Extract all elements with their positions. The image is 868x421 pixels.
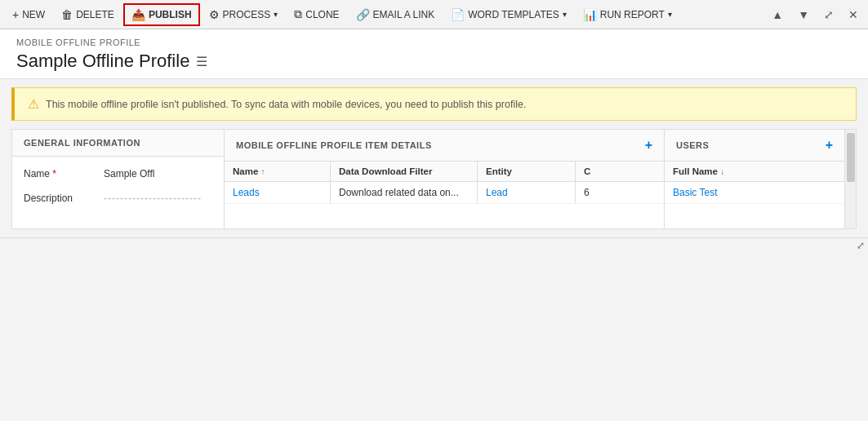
items-row-c: 6 xyxy=(576,182,608,203)
new-icon: + xyxy=(12,8,19,21)
name-sort-icon: ↑ xyxy=(261,167,265,176)
lead-entity-link[interactable]: Lead xyxy=(486,187,508,198)
title-menu-icon[interactable]: ☰ xyxy=(196,54,207,69)
breadcrumb: MOBILE OFFLINE PROFILE xyxy=(16,38,852,47)
items-panel: MOBILE OFFLINE PROFILE ITEM DETAILS + Na… xyxy=(225,130,665,228)
clone-label: CLONE xyxy=(305,9,339,20)
publish-label: PUBLISH xyxy=(149,9,192,20)
new-label: NEW xyxy=(22,9,45,20)
warning-icon: ⚠ xyxy=(28,96,39,112)
toolbar: + NEW 🗑 DELETE 📤 PUBLISH ⚙ PROCESS ▾ ⧉ C… xyxy=(0,0,868,29)
content-area: GENERAL INFORMATION Name * Sample Offl D… xyxy=(11,129,857,229)
run-report-label: RUN REPORT xyxy=(600,9,665,20)
header: MOBILE OFFLINE PROFILE Sample Offline Pr… xyxy=(0,29,868,79)
email-link-label: EMAIL A LINK xyxy=(373,9,435,20)
clone-icon: ⧉ xyxy=(294,7,302,21)
page-wrapper: + NEW 🗑 DELETE 📤 PUBLISH ⚙ PROCESS ▾ ⧉ C… xyxy=(0,0,868,421)
users-panel-header-row: USERS + xyxy=(665,130,844,162)
description-field-label: Description xyxy=(24,193,97,204)
warning-banner: ⚠ This mobile offline profile isn't publ… xyxy=(11,87,857,121)
word-templates-icon: 📄 xyxy=(451,8,465,21)
run-report-button[interactable]: 📊 RUN REPORT ▾ xyxy=(576,4,679,25)
items-row-entity: Lead xyxy=(478,182,576,203)
items-grid-row: Leads Download related data on... Lead 6 xyxy=(225,182,664,204)
description-field-row: Description ------------------------ xyxy=(24,193,212,204)
users-row-name: Basic Test xyxy=(665,182,844,203)
process-button[interactable]: ⚙ PROCESS ▾ xyxy=(202,4,286,25)
items-panel-header-row: MOBILE OFFLINE PROFILE ITEM DETAILS + xyxy=(225,130,664,162)
bottom-bar: ⤢ xyxy=(0,237,868,252)
items-col-filter-header: Data Download Filter xyxy=(331,162,478,181)
delete-button[interactable]: 🗑 DELETE xyxy=(54,4,122,25)
email-link-button[interactable]: 🔗 EMAIL A LINK xyxy=(349,4,443,25)
main-panels: GENERAL INFORMATION Name * Sample Offl D… xyxy=(12,130,856,228)
delete-icon: 🗑 xyxy=(61,8,73,21)
users-add-button[interactable]: + xyxy=(826,138,833,153)
run-report-icon: 📊 xyxy=(583,8,597,21)
items-col-c-header: C xyxy=(576,162,608,181)
name-field-label: Name * xyxy=(24,168,97,179)
name-required-indicator: * xyxy=(52,168,56,179)
users-col-fullname-header: Full Name ↓ xyxy=(665,162,844,181)
word-templates-label: WORD TEMPLATES xyxy=(468,9,559,20)
toolbar-right: ▲ ▼ ⤢ ✕ xyxy=(767,5,863,24)
leads-link[interactable]: Leads xyxy=(233,187,260,198)
items-add-button[interactable]: + xyxy=(645,138,652,153)
word-templates-dropdown-arrow: ▾ xyxy=(563,10,567,19)
users-panel-header: USERS xyxy=(676,140,709,150)
users-panel: USERS + Full Name ↓ Basic Test xyxy=(665,130,844,228)
process-icon: ⚙ xyxy=(209,8,220,21)
items-row-filter: Download related data on... xyxy=(331,182,478,203)
description-field-value: ------------------------ xyxy=(104,193,202,204)
bottom-expand-icon[interactable]: ⤢ xyxy=(857,240,865,251)
publish-icon: 📤 xyxy=(131,8,145,21)
title-row: Sample Offline Profile ☰ xyxy=(16,51,852,72)
items-grid-header: Name ↑ Data Download Filter Entity C xyxy=(225,162,664,182)
run-report-dropdown-arrow: ▾ xyxy=(668,10,672,19)
fullname-sort-icon: ↓ xyxy=(720,167,724,176)
general-info-header: GENERAL INFORMATION xyxy=(12,130,224,157)
scrollbar-thumb xyxy=(847,133,855,182)
process-label: PROCESS xyxy=(223,9,271,20)
new-button[interactable]: + NEW xyxy=(5,4,52,25)
items-col-name-header: Name ↑ xyxy=(225,162,331,181)
clone-button[interactable]: ⧉ CLONE xyxy=(287,3,346,25)
down-nav-icon[interactable]: ▼ xyxy=(793,5,814,24)
general-info-panel: GENERAL INFORMATION Name * Sample Offl D… xyxy=(12,130,225,228)
basic-test-link[interactable]: Basic Test xyxy=(673,187,717,198)
users-grid-header: Full Name ↓ xyxy=(665,162,844,182)
word-templates-button[interactable]: 📄 WORD TEMPLATES ▾ xyxy=(443,4,574,25)
up-nav-icon[interactable]: ▲ xyxy=(767,5,788,24)
email-link-icon: 🔗 xyxy=(356,8,370,21)
general-info-body: Name * Sample Offl Description ---------… xyxy=(12,157,224,228)
name-field-value: Sample Offl xyxy=(104,168,154,179)
page-title: Sample Offline Profile xyxy=(16,51,189,72)
close-icon[interactable]: ✕ xyxy=(844,5,863,24)
items-row-name: Leads xyxy=(225,182,331,203)
items-panel-header: MOBILE OFFLINE PROFILE ITEM DETAILS xyxy=(236,140,432,150)
publish-button[interactable]: 📤 PUBLISH xyxy=(123,3,200,26)
users-grid-row: Basic Test xyxy=(665,182,844,204)
expand-icon[interactable]: ⤢ xyxy=(819,5,839,24)
scrollbar[interactable] xyxy=(844,130,856,228)
delete-label: DELETE xyxy=(76,9,114,20)
name-field-row: Name * Sample Offl xyxy=(24,168,212,179)
items-col-entity-header: Entity xyxy=(478,162,576,181)
warning-message: This mobile offline profile isn't publis… xyxy=(46,99,526,110)
process-dropdown-arrow: ▾ xyxy=(274,10,278,19)
